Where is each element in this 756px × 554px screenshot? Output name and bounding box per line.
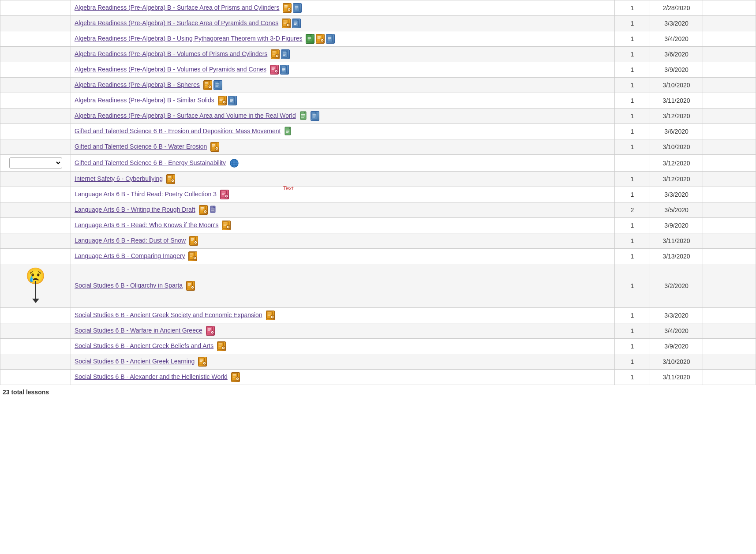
extra-cell <box>703 155 756 172</box>
title-cell: Algebra Readiness (Pre-Algebra) B - Volu… <box>71 62 615 78</box>
quiz-icon[interactable] <box>222 221 231 230</box>
svg-rect-26 <box>308 37 311 37</box>
count-cell: 1 <box>615 78 650 93</box>
lesson-link[interactable]: Language Arts 6 B - Read: Who Knows if t… <box>75 221 218 228</box>
quiz-icon[interactable] <box>198 357 207 367</box>
doc-green-icon[interactable] <box>306 34 314 44</box>
lesson-link[interactable]: Language Arts 6 B - Writing the Rough Dr… <box>75 206 195 213</box>
doc-green2-icon[interactable] <box>284 127 294 136</box>
lesson-link[interactable]: Social Studies 6 B - Ancient Greek Belie… <box>75 342 213 349</box>
lesson-link[interactable]: Social Studies 6 B - Oligarchy in Sparta <box>75 282 183 289</box>
lesson-link[interactable]: Algebra Readiness (Pre-Algebra) B - Volu… <box>75 66 266 73</box>
quiz-icon[interactable] <box>271 49 280 59</box>
svg-rect-178 <box>207 329 210 329</box>
svg-rect-124 <box>222 192 225 192</box>
svg-rect-171 <box>267 314 270 314</box>
svg-line-83 <box>225 103 226 104</box>
svg-rect-106 <box>212 145 215 146</box>
quiz-pink-icon[interactable] <box>270 65 279 75</box>
icon-group <box>266 311 275 320</box>
emoji-cell: 😢 <box>4 267 67 285</box>
doc-icon[interactable] <box>292 19 301 28</box>
svg-rect-149 <box>191 238 194 239</box>
svg-line-203 <box>238 380 239 381</box>
quiz-icon[interactable] <box>199 205 208 215</box>
status-cell <box>0 155 71 172</box>
doc-icon[interactable] <box>311 111 319 121</box>
doc-green2-icon[interactable] <box>299 111 309 121</box>
lesson-link[interactable]: Algebra Readiness (Pre-Algebra) B - Usin… <box>75 35 302 42</box>
doc-icon[interactable] <box>326 34 335 44</box>
doc-icon[interactable] <box>228 96 237 105</box>
icon-group <box>186 281 195 291</box>
svg-rect-62 <box>282 68 285 68</box>
svg-rect-96 <box>312 114 315 115</box>
lesson-link[interactable]: Algebra Readiness (Pre-Algebra) B - Sphe… <box>75 81 200 88</box>
quiz-icon[interactable] <box>283 3 292 13</box>
title-cell: Gifted and Talented Science 6 B - Energy… <box>71 155 615 172</box>
svg-rect-22 <box>294 23 297 23</box>
quiz-icon[interactable] <box>218 96 227 105</box>
svg-rect-66 <box>205 82 208 83</box>
quiz-icon[interactable] <box>316 34 325 44</box>
svg-rect-52 <box>283 55 285 56</box>
lesson-link[interactable]: Language Arts 6 B - Third Read: Poetry C… <box>75 191 217 198</box>
lesson-link[interactable]: Social Studies 6 B - Warfare in Ancient … <box>75 327 202 334</box>
status-cell <box>0 31 71 47</box>
quiz-icon[interactable] <box>210 142 219 152</box>
doc-icon[interactable] <box>281 49 290 59</box>
quiz-icon[interactable] <box>188 251 197 261</box>
extra-cell <box>703 202 756 218</box>
doc-sm-icon[interactable] <box>209 205 219 215</box>
quiz-icon[interactable] <box>282 19 291 28</box>
date-cell: 3/9/2020 <box>650 339 703 354</box>
lesson-link[interactable]: Gifted and Talented Science 6 B - Erosio… <box>75 127 281 135</box>
extra-cell <box>703 78 756 93</box>
status-dropdown[interactable] <box>9 157 62 168</box>
svg-rect-23 <box>294 24 296 25</box>
title-cell: Algebra Readiness (Pre-Algebra) B - Simi… <box>71 93 615 109</box>
svg-rect-199 <box>232 375 236 376</box>
count-cell: 1 <box>615 370 650 385</box>
lesson-link[interactable]: Language Arts 6 B - Read: Dust of Snow <box>75 237 186 244</box>
date-cell: 3/3/2020 <box>650 16 703 31</box>
svg-rect-185 <box>219 344 222 345</box>
lesson-link[interactable]: Language Arts 6 B - Comparing Imagery <box>75 252 185 259</box>
svg-line-110 <box>218 150 219 150</box>
lesson-link[interactable]: Gifted and Talented Science 6 B - Water … <box>75 143 207 150</box>
icon-group <box>220 190 229 199</box>
lesson-link[interactable]: Algebra Readiness (Pre-Algebra) B - Volu… <box>75 50 267 57</box>
lesson-link[interactable]: Social Studies 6 B - Alexander and the H… <box>75 373 228 380</box>
lesson-link[interactable]: Algebra Readiness (Pre-Algebra) B - Simi… <box>75 97 214 104</box>
title-cell: Gifted and Talented Science 6 B - Erosio… <box>71 124 615 139</box>
globe-icon[interactable] <box>229 158 239 168</box>
status-cell <box>0 339 71 354</box>
svg-rect-44 <box>273 54 275 54</box>
lesson-link[interactable]: Algebra Readiness (Pre-Algebra) B - Surf… <box>75 4 280 11</box>
quiz-icon[interactable] <box>266 311 275 320</box>
doc-icon[interactable] <box>293 3 302 13</box>
lesson-link[interactable]: Algebra Readiness (Pre-Algebra) B - Surf… <box>75 19 278 26</box>
lesson-link[interactable]: Social Studies 6 B - Ancient Greek Learn… <box>75 358 195 365</box>
extra-cell <box>703 93 756 109</box>
quiz-icon[interactable] <box>217 341 226 351</box>
title-cell: Language Arts 6 B - Read: Dust of Snow <box>71 233 615 249</box>
count-cell: 1 <box>615 233 650 249</box>
quiz-icon[interactable] <box>203 80 212 90</box>
lesson-link[interactable]: Social Studies 6 B - Ancient Greek Socie… <box>75 311 262 318</box>
table-row: Social Studies 6 B - Ancient Greek Socie… <box>0 308 756 323</box>
quiz-icon[interactable] <box>231 372 240 382</box>
svg-rect-126 <box>222 194 224 195</box>
doc-icon[interactable] <box>213 80 222 90</box>
quiz-icon[interactable] <box>189 236 198 246</box>
quiz-pink-icon[interactable] <box>206 326 215 336</box>
doc-icon[interactable] <box>280 65 289 75</box>
main-container: Algebra Readiness (Pre-Algebra) B - Surf… <box>0 0 756 399</box>
lesson-link[interactable]: Gifted and Talented Science 6 B - Energy… <box>75 159 226 166</box>
quiz-icon[interactable] <box>166 174 175 184</box>
icon-group <box>270 65 289 75</box>
lesson-link[interactable]: Algebra Readiness (Pre-Algebra) B - Surf… <box>75 112 296 119</box>
lesson-link[interactable]: Internet Safety 6 - Cyberbullying <box>75 175 163 182</box>
quiz-icon[interactable] <box>186 281 195 291</box>
quiz-pink-icon[interactable] <box>220 190 229 199</box>
